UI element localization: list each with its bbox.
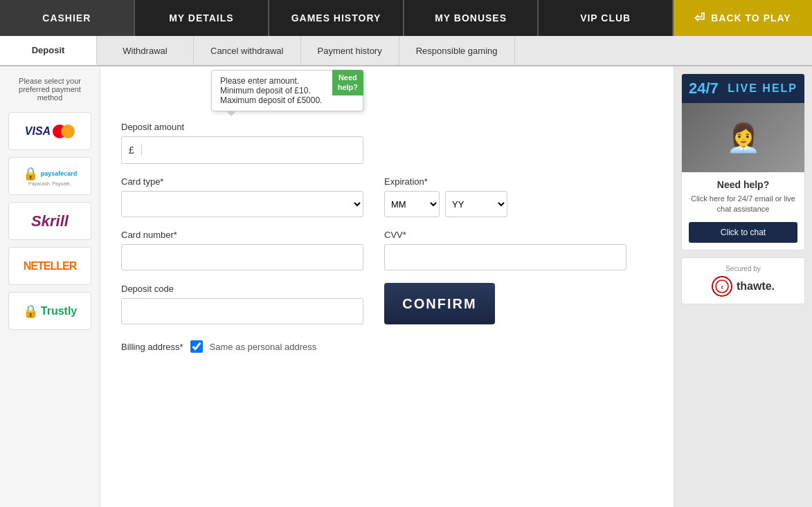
billing-address-label: Billing address* <box>121 342 183 352</box>
card-number-row: Card number* <box>121 230 363 270</box>
expiry-selects: MM YY <box>384 191 507 217</box>
svg-text:t: t <box>721 284 723 291</box>
support-247-label: 24/7 <box>689 80 719 98</box>
amount-tooltip: Need help? Please enter amount. Minimum … <box>211 70 363 111</box>
expiration-row: Expiration* MM YY <box>384 176 507 217</box>
deposit-form-area: Need help? Please enter amount. Minimum … <box>100 66 674 507</box>
neteller-logo: NETELLER <box>24 260 76 273</box>
confirm-button[interactable]: CONFIRM <box>384 283 495 324</box>
tab-responsible-gaming[interactable]: Responsible gaming <box>399 36 515 65</box>
thawte-circle-icon: t <box>712 276 732 297</box>
card-type-row: Card type* Visa Mastercard <box>121 176 363 217</box>
payment-method-neteller[interactable]: NETELLER <box>8 247 91 285</box>
tab-cancel-withdrawal-label: Cancel withdrawal <box>210 46 284 56</box>
deposit-code-row: Deposit code <box>121 284 363 324</box>
nav-cashier-label: CASHIER <box>42 12 91 24</box>
expiration-label: Expiration* <box>384 176 507 187</box>
need-help-description: Click here for 24/7 email or live chat a… <box>689 194 797 215</box>
tab-deposit[interactable]: Deposit <box>0 36 97 65</box>
back-to-play-label: BACK TO PLAY <box>711 12 791 24</box>
psc-lock-icon: 🔒 <box>23 166 38 181</box>
same-address-checkbox[interactable] <box>190 340 203 353</box>
nav-cashier[interactable]: CASHIER <box>0 0 135 36</box>
live-help-body: Need help? Click here for 24/7 email or … <box>682 172 804 250</box>
trustly-text: Trustly <box>41 305 77 317</box>
right-panel: 24/7 LIVE HELP 👩‍💼 Need help? Click here… <box>674 66 812 507</box>
live-help-header: 24/7 LIVE HELP <box>682 74 804 103</box>
mc-orange-circle <box>61 125 75 138</box>
expiry-month-select[interactable]: MM <box>384 191 440 217</box>
paysafecard-logo: 🔒 paysafecard Payacash. Paysafe. <box>23 166 78 186</box>
thawte-name: thawte. <box>737 280 775 293</box>
card-number-label: Card number* <box>121 230 363 240</box>
cvv-label: CVV* <box>384 230 626 240</box>
sidebar-label: Please select your preferred payment met… <box>7 77 93 102</box>
confirm-button-label: CONFIRM <box>402 296 476 311</box>
deposit-code-confirm-row: Deposit code CONFIRM <box>121 283 653 337</box>
confirm-button-wrap: CONFIRM <box>384 283 495 324</box>
tab-deposit-label: Deposit <box>32 45 65 55</box>
deposit-code-label: Deposit code <box>121 284 363 294</box>
skrill-logo: Skrill <box>31 212 69 230</box>
nav-my-details-label: MY DETAILS <box>169 12 234 24</box>
cvv-input[interactable] <box>384 244 626 270</box>
deposit-code-input[interactable] <box>121 298 363 324</box>
need-help-title: Need help? <box>689 179 797 190</box>
nav-vip-club-label: VIP CLUB <box>580 12 631 24</box>
agent-avatar-icon: 👩‍💼 <box>726 122 761 154</box>
agent-image: 👩‍💼 <box>682 103 804 172</box>
back-to-play-button[interactable]: ⏎ BACK TO PLAY <box>674 0 812 36</box>
tab-payment-history[interactable]: Payment history <box>301 36 399 65</box>
payment-method-paysafecard[interactable]: 🔒 paysafecard Payacash. Paysafe. <box>8 157 91 195</box>
trustly-logo: 🔒 Trustly <box>23 304 77 319</box>
expiry-year-select[interactable]: YY <box>445 191 507 217</box>
mastercard-icon <box>53 125 75 138</box>
visa-text: VISA <box>25 125 51 138</box>
psc-label: paysafecard <box>41 170 78 177</box>
thawte-logo: t thawte. <box>689 276 797 297</box>
nav-vip-club[interactable]: VIP CLUB <box>539 0 674 36</box>
same-address-label: Same as personal address <box>210 342 317 352</box>
billing-address-row: Billing address* Same as personal addres… <box>121 340 653 353</box>
top-navigation: CASHIER MY DETAILS GAMES HISTORY MY BONU… <box>0 0 812 36</box>
cvv-row: CVV* <box>384 230 626 270</box>
visa-mc-logo: VISA <box>25 125 75 138</box>
nav-my-bonuses[interactable]: MY BONUSES <box>404 0 539 36</box>
card-type-select[interactable]: Visa Mastercard <box>121 191 363 217</box>
deposit-amount-input[interactable] <box>142 145 363 156</box>
need-help-line1: Need <box>339 73 357 82</box>
trustly-lock-icon: 🔒 <box>23 304 38 319</box>
secured-by-box: Secured by t thawte. <box>681 257 805 304</box>
deposit-amount-input-wrap: £ <box>121 136 363 164</box>
card-type-label: Card type* <box>121 176 363 187</box>
tab-withdrawal-label: Withdrawal <box>123 46 167 56</box>
need-help-line2: help? <box>338 83 358 91</box>
secured-by-label: Secured by <box>689 265 797 273</box>
deposit-amount-label: Deposit amount <box>121 122 653 132</box>
payment-methods-sidebar: Please select your preferred payment met… <box>0 66 100 507</box>
nav-games-history[interactable]: GAMES HISTORY <box>269 0 404 36</box>
card-number-input[interactable] <box>121 244 363 270</box>
live-help-label: LIVE HELP <box>728 82 797 95</box>
payment-method-visa-mc[interactable]: VISA <box>8 112 91 150</box>
psc-sublabel: Payacash. Paysafe. <box>28 181 71 186</box>
currency-symbol: £ <box>122 145 142 156</box>
card-number-cvv-row: Card number* CVV* <box>121 230 653 283</box>
card-type-expiration-row: Card type* Visa Mastercard Expiration* M… <box>121 176 653 230</box>
live-help-box: 24/7 LIVE HELP 👩‍💼 Need help? Click here… <box>681 73 805 250</box>
need-help-badge[interactable]: Need help? <box>332 70 363 95</box>
nav-games-history-label: GAMES HISTORY <box>291 12 381 24</box>
back-arrow-icon: ⏎ <box>694 10 705 26</box>
nav-my-bonuses-label: MY BONUSES <box>435 12 507 24</box>
tab-responsible-gaming-label: Responsible gaming <box>416 46 498 56</box>
tab-withdrawal[interactable]: Withdrawal <box>97 36 194 65</box>
click-to-chat-label: Click to chat <box>721 228 766 237</box>
payment-method-trustly[interactable]: 🔒 Trustly <box>8 292 91 330</box>
main-content: Please select your preferred payment met… <box>0 66 812 507</box>
tab-payment-history-label: Payment history <box>318 46 382 56</box>
click-to-chat-button[interactable]: Click to chat <box>689 222 797 243</box>
deposit-amount-row: Deposit amount £ <box>121 122 653 164</box>
nav-my-details[interactable]: MY DETAILS <box>135 0 270 36</box>
payment-method-skrill[interactable]: Skrill <box>8 202 91 240</box>
tab-cancel-withdrawal[interactable]: Cancel withdrawal <box>194 36 301 65</box>
